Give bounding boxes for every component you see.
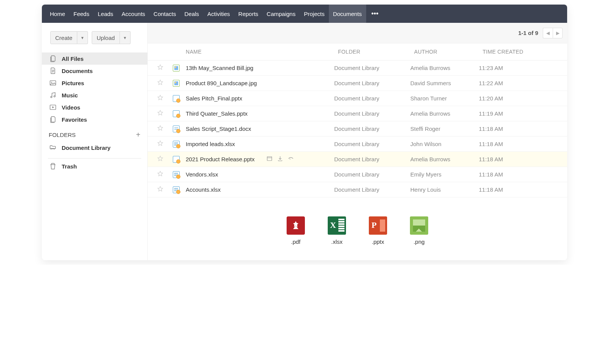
table-row[interactable]: Third Quater_Sales.pptxDocument LibraryA… <box>148 106 567 121</box>
table-row[interactable]: Vendors.xlsxDocument LibraryEmily Myers1… <box>148 167 567 182</box>
sidebar-item-music[interactable]: Music <box>42 89 147 101</box>
cell-time: 11:19 AM <box>479 110 560 117</box>
cell-author: John Wilson <box>410 141 479 147</box>
sidebar-item-pictures[interactable]: Pictures <box>42 77 147 89</box>
main-toolbar: 1-1 of 9 ◀ ▶ <box>148 23 567 43</box>
cell-folder: Document Library <box>334 186 410 193</box>
nav-item-accounts[interactable]: Accounts <box>118 5 150 23</box>
sidebar-item-label: Documents <box>62 68 93 74</box>
favorite-star[interactable] <box>155 64 166 72</box>
preview-icon[interactable] <box>266 155 273 163</box>
favorite-star[interactable] <box>155 125 166 133</box>
file-name[interactable]: Product 890_Landscape.jpg <box>186 80 257 86</box>
upload-button[interactable]: Upload <box>92 31 120 44</box>
nav-item-activities[interactable]: Activities <box>203 5 234 23</box>
favorite-star[interactable] <box>155 140 166 148</box>
pager-text: 1-1 of 9 <box>518 30 538 36</box>
table-row[interactable]: 13th May_Scanned Bill.jpgDocument Librar… <box>148 60 567 76</box>
file-name[interactable]: Vendors.xlsx <box>186 171 218 178</box>
nav-more-icon[interactable]: ••• <box>366 5 384 23</box>
nav-item-feeds[interactable]: Feeds <box>69 5 94 23</box>
sidebar-categories: All FilesDocumentsPicturesMusicVideosFav… <box>42 52 147 126</box>
sidebar-item-videos[interactable]: Videos <box>42 101 147 113</box>
file-name[interactable]: Imported leads.xlsx <box>186 141 235 147</box>
nav-item-leads[interactable]: Leads <box>94 5 118 23</box>
create-button-group: Create ▼ <box>50 31 88 44</box>
favorite-star[interactable] <box>155 155 166 163</box>
sidebar-folder-document-library[interactable]: Document Library <box>42 141 147 154</box>
favorite-star[interactable] <box>155 94 166 102</box>
xlsx-icon <box>328 216 346 235</box>
nav-item-deals[interactable]: Deals <box>180 5 203 23</box>
file-name[interactable]: Accounts.xlsx <box>186 186 221 193</box>
format-label: .png <box>413 238 424 245</box>
sidebar-item-label: Videos <box>62 104 80 111</box>
column-header-folder[interactable]: FOLDER <box>338 49 414 55</box>
sidebar-item-favorites[interactable]: Favorites <box>42 113 147 126</box>
column-header-time[interactable]: TIME CREATED <box>483 49 560 55</box>
add-folder-icon[interactable]: + <box>136 131 140 138</box>
sidebar-item-all-files[interactable]: All Files <box>42 52 147 65</box>
nav-item-home[interactable]: Home <box>46 5 69 23</box>
table-body: 13th May_Scanned Bill.jpgDocument Librar… <box>148 60 567 197</box>
column-header-author[interactable]: AUTHOR <box>414 49 483 55</box>
cell-time: 11:20 AM <box>479 95 560 102</box>
table-row[interactable]: Accounts.xlsxDocument LibraryHenry Louis… <box>148 182 567 197</box>
file-name[interactable]: 13th May_Scanned Bill.jpg <box>186 65 253 71</box>
star-icon <box>157 94 164 102</box>
table-header-row: NAME FOLDER AUTHOR TIME CREATED <box>148 43 567 60</box>
table-row[interactable]: Sales Script_Stage1.docxDocument Library… <box>148 121 567 137</box>
pager-next-button[interactable]: ▶ <box>553 28 563 38</box>
sidebar-divider <box>48 158 141 159</box>
nav-item-documents[interactable]: Documents <box>329 5 366 23</box>
file-name[interactable]: Sales Pitch_Final.pptx <box>186 95 242 102</box>
nav-item-contacts[interactable]: Contacts <box>149 5 180 23</box>
format-label: .xlsx <box>331 238 343 245</box>
favorite-star[interactable] <box>155 110 166 118</box>
upload-dropdown-toggle[interactable]: ▼ <box>120 31 131 44</box>
table-row[interactable]: Sales Pitch_Final.pptxDocument LibrarySh… <box>148 91 567 106</box>
file-name[interactable]: 2021 Product Release.pptx <box>186 156 255 162</box>
table-row[interactable]: Imported leads.xlsxDocument LibraryJohn … <box>148 137 567 152</box>
cell-folder: Document Library <box>334 141 410 147</box>
create-dropdown-toggle[interactable]: ▼ <box>77 31 88 44</box>
files-icon <box>49 116 57 123</box>
sidebar-item-documents[interactable]: Documents <box>42 65 147 77</box>
image-icon <box>49 79 57 87</box>
cell-author: Amelia Burrows <box>410 65 479 71</box>
file-name[interactable]: Sales Script_Stage1.docx <box>186 126 251 132</box>
nav-item-campaigns[interactable]: Campaigns <box>263 5 300 23</box>
tag-icon[interactable] <box>287 155 294 163</box>
create-button[interactable]: Create <box>50 31 77 44</box>
cell-author: Henry Louis <box>410 186 479 193</box>
top-nav: HomeFeedsLeadsAccountsContactsDealsActiv… <box>42 5 567 23</box>
music-icon <box>49 91 57 99</box>
sidebar-item-label: Document Library <box>62 145 110 151</box>
cell-filename: Third Quater_Sales.pptx <box>182 110 334 117</box>
column-header-name[interactable]: NAME <box>171 49 338 55</box>
favorite-star[interactable] <box>155 170 166 178</box>
cell-filename: Sales Script_Stage1.docx <box>182 126 334 132</box>
cell-time: 11:22 AM <box>479 80 560 86</box>
cell-author: Amelia Burrows <box>410 156 479 162</box>
sidebar-item-label: Trash <box>62 163 77 170</box>
nav-item-reports[interactable]: Reports <box>234 5 263 23</box>
format-png: .png <box>410 216 428 245</box>
favorite-star[interactable] <box>155 79 166 87</box>
star-icon <box>157 170 164 178</box>
file-name[interactable]: Third Quater_Sales.pptx <box>186 110 248 117</box>
cell-time: 11:23 AM <box>479 65 560 71</box>
nav-item-projects[interactable]: Projects <box>300 5 328 23</box>
download-icon[interactable] <box>277 155 284 163</box>
filetype-icon <box>171 141 182 148</box>
table-row[interactable]: 2021 Product Release.pptxDocument Librar… <box>148 152 567 167</box>
sidebar-item-trash[interactable]: Trash <box>42 160 147 172</box>
cell-folder: Document Library <box>334 80 410 86</box>
folders-section-header: FOLDERS + <box>42 126 147 141</box>
star-icon <box>157 125 164 133</box>
cell-folder: Document Library <box>334 171 410 178</box>
cell-filename: Product 890_Landscape.jpg <box>182 80 334 86</box>
pager-prev-button[interactable]: ◀ <box>543 28 553 38</box>
table-row[interactable]: Product 890_Landscape.jpgDocument Librar… <box>148 76 567 91</box>
favorite-star[interactable] <box>155 186 166 194</box>
